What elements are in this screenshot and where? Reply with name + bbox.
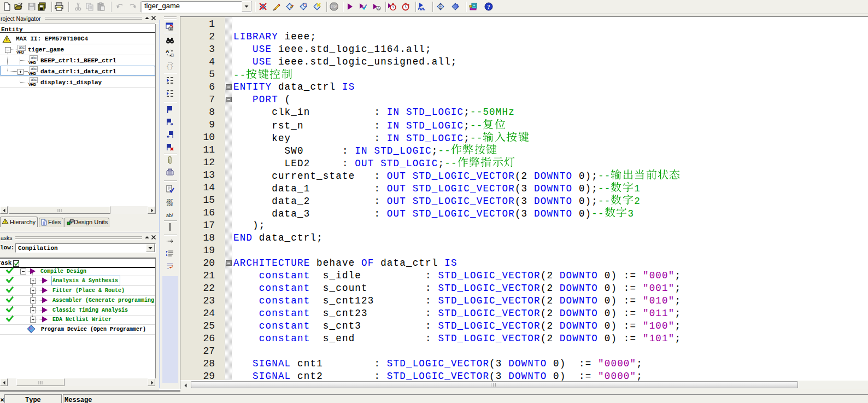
- svg-text:?: ?: [487, 3, 490, 10]
- svg-text:B: B: [171, 52, 174, 57]
- svg-text:A: A: [166, 49, 169, 54]
- svg-text:ab/: ab/: [166, 213, 173, 218]
- svg-text:267: 267: [167, 198, 173, 202]
- svg-text:STOP: STOP: [331, 5, 337, 8]
- svg-text:{}: {}: [166, 63, 173, 70]
- svg-text:268: 268: [167, 202, 173, 206]
